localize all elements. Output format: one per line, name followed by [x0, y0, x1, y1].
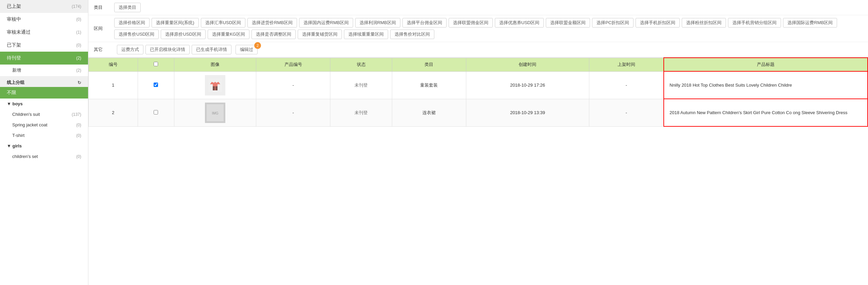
- sidebar-online-group[interactable]: 线上分组 ↻: [0, 76, 88, 87]
- range-tag-button[interactable]: 选择利润RMB区间: [355, 18, 400, 28]
- cell-product-no: -: [256, 71, 330, 99]
- col-id: 编号: [89, 58, 138, 71]
- other-tag-button[interactable]: 运费方式: [117, 45, 143, 54]
- cell-listed: -: [589, 99, 664, 126]
- sidebar-item-label: T-shirt: [12, 133, 24, 138]
- sidebar-item-pending[interactable]: 待刊登 (2): [0, 52, 88, 65]
- refresh-icon[interactable]: ↻: [77, 80, 81, 85]
- col-title: 产品标题: [664, 58, 868, 71]
- cell-image: IMG: [174, 99, 256, 126]
- category-tags: 选择类目: [114, 3, 863, 12]
- svg-rect-2: [215, 86, 218, 90]
- edit-count-badge: 2: [254, 42, 261, 49]
- table-header-row: 编号 图像 产品编号 状态 类目 创建时间 上架时间 产品标题: [89, 58, 868, 71]
- sidebar-item-boys-children-suit[interactable]: Children's suit (137): [0, 109, 88, 120]
- sidebar-section-label: 线上分组: [7, 79, 24, 86]
- range-tag-button[interactable]: 选择进货价RMB区间: [247, 18, 297, 28]
- range-tag-button[interactable]: 选择售价USD区间: [114, 30, 159, 39]
- other-tags: 运费方式已开启模块化详情已生成手机详情: [117, 45, 231, 54]
- table-row: 2IMG-未刊登连衣裙2018-10-29 13:39-2018 Autumn …: [89, 99, 868, 126]
- sidebar-item-count: (0): [76, 123, 81, 127]
- cell-image: [174, 71, 256, 99]
- range-tag-button[interactable]: 选择是否调整区间: [251, 30, 296, 39]
- products-table: 编号 图像 产品编号 状态 类目 创建时间 上架时间 产品标题 1: [88, 57, 868, 127]
- sidebar-item-reviewing[interactable]: 审核中 (0): [0, 13, 88, 26]
- sidebar-item-label: Spring jacket coat: [12, 122, 47, 127]
- sidebar-item-label: children's set: [12, 154, 38, 159]
- other-tag-button[interactable]: 已开启模块化详情: [145, 45, 190, 54]
- sidebar-item-boys-tshirt[interactable]: T-shirt (0): [0, 130, 88, 141]
- product-thumbnail: IMG: [205, 103, 225, 123]
- col-created: 创建时间: [466, 58, 589, 71]
- select-all-checkbox[interactable]: [154, 62, 158, 66]
- sidebar-item-delisted[interactable]: 已下架 (0): [0, 39, 88, 52]
- cell-title: Nnilly 2018 Hot Top Clothes Best Suits L…: [664, 71, 868, 99]
- cell-listed: -: [589, 71, 664, 99]
- sidebar-unlimited[interactable]: 不限: [0, 87, 88, 99]
- sidebar-item-label: 待刊登: [7, 55, 21, 61]
- row-checkbox[interactable]: [154, 110, 158, 114]
- range-tag-button[interactable]: 选择国内运费RMB区间: [299, 18, 353, 28]
- table-body: 1 -未刊登童装套装2018-10-29 17:26-Nnilly 2018 H…: [89, 71, 868, 126]
- range-tag-button[interactable]: 选择原价USD区间: [161, 30, 205, 39]
- sidebar-item-girls-children-set[interactable]: children's set (0): [0, 151, 88, 162]
- sidebar-item-label: Children's suit: [12, 112, 40, 117]
- sidebar-item-boys-spring-jacket[interactable]: Spring jacket coat (0): [0, 120, 88, 130]
- sidebar-item-label: 新增: [12, 67, 21, 73]
- sidebar-item-count: (174): [72, 4, 81, 9]
- sidebar-item-count: (0): [76, 17, 81, 22]
- range-tag-button[interactable]: 选择重量区间(系统): [152, 18, 199, 28]
- sidebar-item-rejected[interactable]: 审核未通过 (1): [0, 26, 88, 39]
- range-tag-button[interactable]: 选择联盟金额区间: [546, 18, 590, 28]
- sidebar-item-count: (0): [76, 154, 81, 159]
- sidebar-item-approved[interactable]: 已上架 (174): [0, 0, 88, 13]
- sidebar-item-count: (2): [76, 68, 81, 73]
- range-tag-button[interactable]: 选择PC折扣区间: [592, 18, 633, 28]
- sidebar-item-label: 已下架: [7, 42, 21, 48]
- other-filter-row: 其它 运费方式已开启模块化详情已生成手机详情 编辑过 2: [88, 42, 868, 57]
- col-category: 类目: [392, 58, 466, 71]
- col-checkbox: [138, 58, 174, 71]
- range-tag-button[interactable]: 选择汇率USD区间: [201, 18, 245, 28]
- range-tag-button[interactable]: 选择手机营销分组区间: [728, 18, 781, 28]
- cell-created: 2018-10-29 17:26: [466, 71, 589, 99]
- cell-status: 未刊登: [330, 99, 392, 126]
- cell-created: 2018-10-29 13:39: [466, 99, 589, 126]
- cell-checkbox[interactable]: [138, 99, 174, 126]
- sidebar-boys-group[interactable]: ▼ boys: [0, 99, 88, 109]
- range-tag-button[interactable]: 选择手机折扣区间: [636, 18, 680, 28]
- cell-product-no: -: [256, 99, 330, 126]
- row-checkbox[interactable]: [154, 83, 158, 87]
- other-tag-button[interactable]: 已生成手机详情: [192, 45, 231, 54]
- cell-id: 1: [89, 71, 138, 99]
- filter-area: 类目 选择类目 区间 选择价格区间选择重量区间(系统)选择汇率USD区间选择进货…: [88, 0, 868, 57]
- sidebar-item-count: (1): [76, 30, 81, 35]
- product-thumbnail: [205, 75, 225, 95]
- range-tag-button[interactable]: 选择价格区间: [114, 18, 150, 28]
- cell-status: 未刊登: [330, 71, 392, 99]
- table-row: 1 -未刊登童装套装2018-10-29 17:26-Nnilly 2018 H…: [89, 71, 868, 99]
- sidebar-item-label: 审核未通过: [7, 29, 31, 35]
- sidebar-unlimited-label: 不限: [7, 90, 16, 95]
- range-tag-button[interactable]: 选择粉丝折扣区间: [682, 18, 726, 28]
- range-tag-button[interactable]: 选择续重重量区间: [344, 30, 388, 39]
- cell-checkbox[interactable]: [138, 71, 174, 99]
- range-tag-button[interactable]: 选择平台佣金区间: [402, 18, 447, 28]
- sidebar-girls-group[interactable]: ▼ girls: [0, 141, 88, 151]
- range-tag-button[interactable]: 选择重量KG区间: [208, 30, 249, 39]
- edit-badge-container: 编辑过 2: [236, 45, 258, 54]
- table-area: 编号 图像 产品编号 状态 类目 创建时间 上架时间 产品标题 1: [88, 57, 868, 285]
- sidebar-item-label: 已上架: [7, 3, 21, 10]
- range-tag-button[interactable]: 选择优惠券USD区间: [495, 18, 544, 28]
- category-select-button[interactable]: 选择类目: [114, 3, 141, 12]
- sidebar-item-new[interactable]: 新增 (2): [0, 65, 88, 76]
- other-label: 其它: [94, 47, 114, 53]
- range-tag-button[interactable]: 选择售价对比区间: [390, 30, 434, 39]
- range-tag-button[interactable]: 选择国际运费RMB区间: [783, 18, 837, 28]
- col-image: 图像: [174, 58, 256, 71]
- range-tag-button[interactable]: 选择重复铺货区间: [298, 30, 342, 39]
- range-tag-button[interactable]: 选择联盟佣金区间: [449, 18, 493, 28]
- category-filter-row: 类目 选择类目: [88, 0, 868, 15]
- cell-title: 2018 Autumn New Pattern Children's Skirt…: [664, 99, 868, 126]
- sidebar-item-count: (0): [76, 43, 81, 48]
